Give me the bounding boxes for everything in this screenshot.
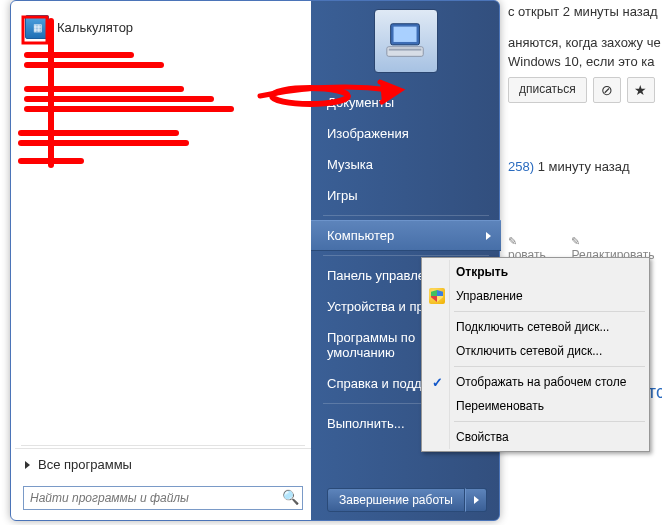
- start-menu-left-pane: ▦ Калькулятор: [15, 5, 311, 518]
- ctx-item-disconnect-drive[interactable]: Отключить сетевой диск...: [424, 339, 647, 363]
- separator: [454, 311, 645, 312]
- shutdown-split-button: Завершение работы: [327, 488, 487, 512]
- separator: [323, 215, 489, 216]
- start-menu-search: 🔍: [15, 480, 311, 518]
- ctx-label: Управление: [456, 289, 523, 303]
- all-programs-label: Все программы: [38, 457, 132, 472]
- ctx-label: Отображать на рабочем столе: [456, 375, 626, 389]
- shield-icon: [429, 288, 445, 304]
- chevron-right-icon: [25, 461, 30, 469]
- program-item-calculator[interactable]: ▦ Калькулятор: [19, 11, 307, 43]
- svg-rect-13: [389, 49, 422, 51]
- separator: [323, 255, 489, 256]
- separator: [454, 421, 645, 422]
- shutdown-options-arrow[interactable]: [465, 488, 487, 512]
- sidebar-item-pictures[interactable]: Изображения: [311, 118, 501, 149]
- search-icon: 🔍: [282, 489, 299, 505]
- ctx-item-properties[interactable]: Свойства: [424, 425, 647, 449]
- shutdown-button[interactable]: Завершение работы: [327, 488, 465, 512]
- ctx-item-open[interactable]: Открыть: [424, 260, 647, 284]
- computer-icon: [383, 18, 429, 64]
- start-menu-programs-list: ▦ Калькулятор: [15, 5, 311, 443]
- sidebar-item-computer[interactable]: Компьютер: [311, 220, 501, 251]
- svg-rect-11: [394, 27, 417, 42]
- ctx-item-manage[interactable]: Управление: [424, 284, 647, 308]
- calculator-icon: ▦: [25, 15, 49, 39]
- subscribe-button[interactable]: дписаться: [508, 77, 587, 103]
- answer-time: 1 минуту назад: [538, 159, 630, 174]
- ctx-item-rename[interactable]: Переименовать: [424, 394, 647, 418]
- star-icon[interactable]: ★: [627, 77, 655, 103]
- redaction-red-scribble: [15, 15, 311, 215]
- user-rep-link[interactable]: 258): [508, 159, 534, 174]
- svg-rect-12: [387, 47, 423, 57]
- separator: [454, 366, 645, 367]
- separator: [21, 445, 305, 446]
- checkmark-icon: ✓: [429, 374, 445, 390]
- sidebar-item-music[interactable]: Музыка: [311, 149, 501, 180]
- computer-context-menu: Открыть Управление Подключить сетевой ди…: [421, 257, 650, 452]
- user-picture-frame[interactable]: [374, 9, 438, 73]
- all-programs-item[interactable]: Все программы: [15, 448, 311, 480]
- ctx-item-map-drive[interactable]: Подключить сетевой диск...: [424, 315, 647, 339]
- bg-text: Windows 10, если это ка: [508, 54, 662, 69]
- chevron-right-icon: [474, 496, 479, 504]
- program-label: Калькулятор: [57, 20, 133, 35]
- sidebar-item-documents[interactable]: Документы: [311, 87, 501, 118]
- ctx-item-show-on-desktop[interactable]: ✓ Отображать на рабочем столе: [424, 370, 647, 394]
- block-icon[interactable]: ⊘: [593, 77, 621, 103]
- search-input[interactable]: [23, 486, 303, 510]
- sidebar-item-games[interactable]: Игры: [311, 180, 501, 211]
- bg-text: с открыт 2 минуты назад: [508, 4, 662, 19]
- bg-text: аняются, когда захожу че: [508, 35, 662, 50]
